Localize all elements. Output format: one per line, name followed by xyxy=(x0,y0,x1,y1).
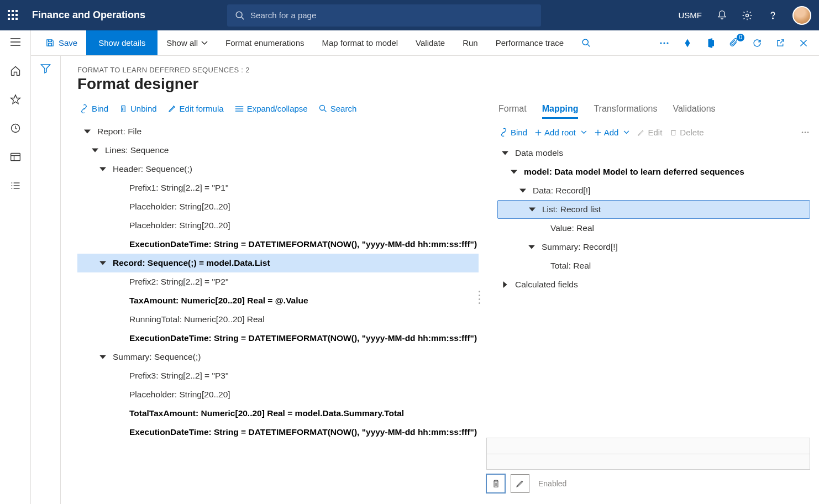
hamburger-icon[interactable] xyxy=(9,36,22,48)
edit-binding-button[interactable] xyxy=(511,474,529,493)
unbind-link[interactable]: Unbind xyxy=(119,104,157,113)
caret-down-icon[interactable] xyxy=(99,166,106,172)
settings-icon[interactable] xyxy=(742,10,753,21)
close-icon[interactable] xyxy=(798,38,809,49)
tree-row[interactable]: ExecutionDateTime: String = DATETIMEFORM… xyxy=(77,329,479,348)
tree-row[interactable]: Lines: Sequence xyxy=(77,141,479,160)
mapping-toolbar: Bind Add root Add Edit Delete xyxy=(497,124,810,144)
mapping-row[interactable]: Summary: Record[!] xyxy=(497,238,810,256)
mapping-row[interactable]: Data: Record[!] xyxy=(497,181,810,200)
user-avatar[interactable] xyxy=(792,6,811,25)
mapping-row[interactable]: model: Data model Model to learn deferre… xyxy=(497,162,810,181)
format-panel: Bind Unbind Edit formula Expand/collapse… xyxy=(77,103,484,504)
performance-trace-button[interactable]: Performance trace xyxy=(487,30,573,55)
mapping-overflow[interactable] xyxy=(800,131,810,134)
show-details-button[interactable]: Show details xyxy=(86,30,158,55)
mapping-tree[interactable]: Data modelsmodel: Data model Model to le… xyxy=(497,144,810,294)
tab-validations[interactable]: Validations xyxy=(673,104,715,119)
validate-button[interactable]: Validate xyxy=(407,30,454,55)
popout-icon[interactable] xyxy=(775,38,786,49)
mapping-row[interactable]: Value: Real xyxy=(497,219,810,238)
chevron-down-icon xyxy=(581,130,587,134)
tree-row[interactable]: RunningTotal: Numeric[20..20] Real xyxy=(77,310,479,329)
tree-row[interactable]: Header: Sequence(;) xyxy=(77,160,479,179)
caret-down-icon[interactable] xyxy=(529,206,536,213)
mapping-bind-link[interactable]: Bind xyxy=(500,128,527,137)
tree-row[interactable]: ExecutionDateTime: String = DATETIMEFORM… xyxy=(77,235,479,254)
tree-label: Prefix3: String[2..2] = "P3" xyxy=(129,370,228,381)
delete-binding-button[interactable] xyxy=(486,474,505,493)
tree-label: RunningTotal: Numeric[20..20] Real xyxy=(129,314,265,324)
caret-down-icon[interactable] xyxy=(528,244,535,250)
recent-icon[interactable] xyxy=(9,122,22,134)
mapping-label: model: Data model Model to learn deferre… xyxy=(524,166,744,177)
edit-link: Edit xyxy=(637,128,662,137)
mapping-label: Summary: Record[!] xyxy=(542,242,618,252)
save-button[interactable]: Save xyxy=(36,30,86,55)
office-icon[interactable] xyxy=(705,38,716,49)
mapping-row[interactable]: List: Record list xyxy=(497,200,810,219)
tree-row[interactable]: Placeholder: String[20..20] xyxy=(77,385,479,404)
tab-format[interactable]: Format xyxy=(498,104,527,119)
tree-row[interactable]: Placeholder: String[20..20] xyxy=(77,216,479,235)
favorites-icon[interactable] xyxy=(9,93,22,106)
tree-row[interactable]: Record: Sequence(;) = model.Data.List xyxy=(77,254,479,272)
caret-down-icon[interactable] xyxy=(502,150,508,156)
attachments-icon[interactable]: 0 xyxy=(728,38,739,49)
mapping-row[interactable]: Total: Real xyxy=(497,256,810,275)
search-input[interactable] xyxy=(250,11,533,20)
legal-entity[interactable]: USMF xyxy=(679,11,702,20)
format-enumerations-button[interactable]: Format enumerations xyxy=(217,30,313,55)
tree-row[interactable]: Placeholder: String[20..20] xyxy=(77,197,479,216)
binding-cell-1[interactable] xyxy=(486,438,810,454)
run-button[interactable]: Run xyxy=(454,30,487,55)
add-root-link[interactable]: Add root xyxy=(535,128,587,137)
refresh-icon[interactable] xyxy=(752,38,763,49)
format-tree[interactable]: Report: FileLines: SequenceHeader: Seque… xyxy=(77,122,484,442)
caret-down-icon[interactable] xyxy=(84,128,91,135)
tree-row[interactable]: TaxAmount: Numeric[20..20] Real = @.Valu… xyxy=(77,291,479,310)
filter-icon[interactable] xyxy=(40,64,51,504)
tree-row[interactable]: Report: File xyxy=(77,122,479,141)
svg-rect-37 xyxy=(672,130,675,135)
notifications-icon[interactable] xyxy=(716,10,727,21)
tree-row[interactable]: TotalTaxAmount: Numeric[20..20] Real = m… xyxy=(77,404,479,423)
global-search[interactable] xyxy=(227,4,541,27)
tree-label: TotalTaxAmount: Numeric[20..20] Real = m… xyxy=(129,408,404,418)
tab-mapping[interactable]: Mapping xyxy=(542,104,579,119)
svg-point-0 xyxy=(236,12,242,18)
tree-row[interactable]: Prefix2: String[2..2] = "P2" xyxy=(77,272,479,291)
edit-formula-link[interactable]: Edit formula xyxy=(168,104,224,113)
mapping-row[interactable]: Calculated fields xyxy=(497,275,810,294)
caret-down-icon[interactable] xyxy=(511,169,517,175)
home-icon[interactable] xyxy=(9,65,22,77)
binding-cell-2[interactable] xyxy=(486,454,810,470)
tree-row[interactable]: ExecutionDateTime: String = DATETIMEFORM… xyxy=(77,423,479,442)
tree-row[interactable]: Prefix1: String[2..2] = "P1" xyxy=(77,179,479,197)
map-format-to-model-button[interactable]: Map format to model xyxy=(313,30,407,55)
caret-right-icon[interactable] xyxy=(502,281,508,288)
add-link[interactable]: Add xyxy=(595,128,630,137)
tree-label: Placeholder: String[20..20] xyxy=(129,220,230,230)
tree-row[interactable]: Summary: Sequence(;) xyxy=(77,348,479,366)
caret-down-icon[interactable] xyxy=(99,354,106,360)
splitter-grip[interactable] xyxy=(479,291,482,304)
search-link[interactable]: Search xyxy=(319,104,357,113)
tree-row[interactable]: Prefix3: String[2..2] = "P3" xyxy=(77,366,479,385)
caret-down-icon[interactable] xyxy=(99,260,106,266)
help-icon[interactable] xyxy=(767,10,778,21)
mapping-panel: Format Mapping Transformations Validatio… xyxy=(484,103,819,504)
expand-collapse-link[interactable]: Expand/collapse xyxy=(235,104,308,113)
modules-icon[interactable] xyxy=(9,180,22,192)
workspaces-icon[interactable] xyxy=(9,151,22,163)
show-all-button[interactable]: Show all xyxy=(158,30,217,55)
caret-down-icon[interactable] xyxy=(519,187,526,194)
bind-link[interactable]: Bind xyxy=(80,104,108,113)
app-launcher-icon[interactable] xyxy=(8,10,19,21)
powerapps-icon[interactable] xyxy=(682,38,693,49)
action-search-button[interactable] xyxy=(573,30,600,55)
mapping-row[interactable]: Data models xyxy=(497,144,810,162)
tab-transformations[interactable]: Transformations xyxy=(594,104,657,119)
overflow-button[interactable] xyxy=(659,38,670,49)
caret-down-icon[interactable] xyxy=(92,147,98,154)
